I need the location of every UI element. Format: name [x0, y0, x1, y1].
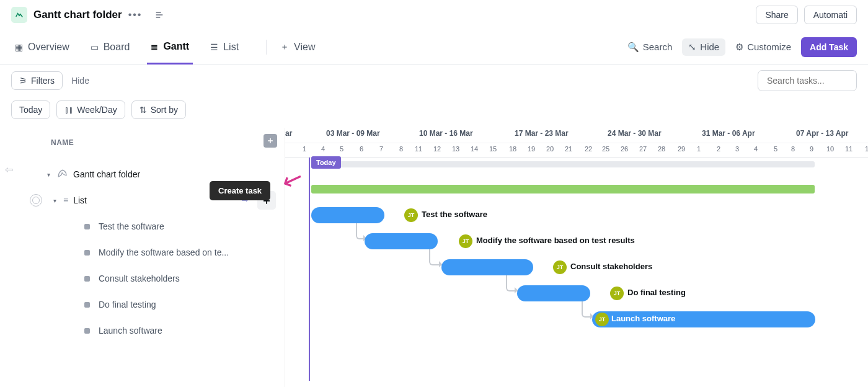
hide-link[interactable]: Hide: [71, 76, 89, 86]
label: NAME: [51, 138, 74, 147]
tree-label: Gantt chart folder: [73, 169, 140, 179]
hide-action[interactable]: ⤡Hide: [682, 38, 725, 56]
task-bar-label: Consult stakeholders: [570, 262, 652, 271]
avatar[interactable]: JT: [595, 313, 609, 326]
tab-gantt[interactable]: ≣Gantt: [147, 30, 193, 64]
today-button[interactable]: Today: [11, 100, 50, 119]
day-label: 13: [446, 145, 465, 153]
task-bar-label: Do final testing: [627, 288, 686, 297]
name-column-header: NAME ＋: [0, 128, 285, 158]
tab-label: Board: [104, 42, 130, 53]
day-label: 4: [746, 145, 765, 153]
day-label: 14: [465, 145, 484, 153]
avatar[interactable]: JT: [553, 260, 567, 274]
gear-icon: ⚙: [735, 42, 743, 53]
search-input[interactable]: [758, 70, 857, 91]
label: Week/Day: [77, 105, 117, 115]
day-label: 15: [484, 145, 502, 153]
task-label: Consult stakeholders: [99, 274, 180, 283]
gantt-body[interactable]: Today JT Test the software JT Modify the…: [285, 158, 868, 381]
sort-icon: ⇅: [140, 105, 147, 115]
table-row[interactable]: Launch software: [0, 318, 285, 344]
customize-action[interactable]: ⚙Customize: [735, 42, 791, 53]
day-label: 12: [859, 145, 868, 153]
timeline-week-header: ar03 Mar - 09 Mar10 Mar - 16 Mar17 Mar -…: [285, 128, 868, 143]
day-label: 3: [728, 145, 746, 153]
day-label: 1: [295, 145, 314, 153]
automation-button[interactable]: Automati: [804, 6, 857, 24]
folder-icon: [11, 7, 27, 23]
tab-board[interactable]: ▭Board: [87, 30, 134, 64]
add-column-button[interactable]: ＋: [264, 134, 277, 148]
status-bullet: [84, 250, 90, 256]
label: Today: [19, 105, 42, 115]
day-label: 11: [409, 145, 428, 153]
task-bar-label: Launch software: [611, 314, 675, 323]
week-label: 24 Mar - 30 Mar: [608, 129, 662, 138]
task-bar[interactable]: [441, 259, 533, 275]
day-label: 12: [428, 145, 446, 153]
table-row[interactable]: Modify the software based on te...: [0, 239, 285, 265]
avatar[interactable]: JT: [459, 234, 472, 248]
grid-icon: ▦: [15, 42, 23, 52]
label: Hide: [700, 42, 719, 52]
table-row[interactable]: Test the software: [0, 213, 285, 239]
day-label: 10: [821, 145, 839, 153]
create-task-tooltip: Create task: [210, 181, 270, 200]
sort-button[interactable]: ⇅Sort by: [131, 100, 186, 119]
status-bullet: [84, 302, 90, 308]
day-label: 29: [672, 145, 691, 153]
search-icon: 🔍: [627, 42, 639, 53]
label: Customize: [747, 42, 791, 52]
separator: [266, 40, 267, 55]
week-label: 03 Mar - 09 Mar: [326, 129, 380, 138]
page-title: Gantt chart folder: [33, 9, 122, 21]
filters-button[interactable]: ⚞Filters: [11, 71, 63, 90]
tab-add-view[interactable]: ＋View: [277, 30, 319, 64]
caret-down-icon[interactable]: ▾: [47, 171, 50, 178]
tab-overview[interactable]: ▦Overview: [11, 30, 73, 64]
task-label: Do final testing: [99, 300, 156, 309]
list-summary-bar[interactable]: [311, 185, 815, 194]
day-label: 8: [392, 145, 410, 153]
week-label: ar: [285, 129, 292, 138]
search-action[interactable]: 🔍Search: [627, 42, 673, 53]
status-bullet: [84, 276, 90, 282]
day-label: 7: [372, 145, 391, 153]
task-bar[interactable]: [311, 207, 384, 223]
task-bar[interactable]: [365, 233, 438, 249]
day-label: 20: [541, 145, 559, 153]
share-button[interactable]: Share: [756, 6, 797, 24]
day-label: 4: [314, 145, 332, 153]
tab-label: Gantt: [163, 41, 189, 52]
day-label: 27: [634, 145, 652, 153]
task-label: Test the software: [99, 221, 164, 231]
caret-down-icon[interactable]: ▾: [53, 197, 56, 204]
day-label: 9: [802, 145, 821, 153]
more-icon[interactable]: •••: [128, 9, 143, 20]
day-label: 28: [652, 145, 671, 153]
folder-summary-bar[interactable]: [311, 161, 815, 167]
day-label: 5: [332, 145, 351, 153]
avatar[interactable]: JT: [404, 208, 418, 222]
day-label: 5: [766, 145, 785, 153]
week-label: 07 Apr - 13 Apr: [796, 129, 848, 138]
add-task-button[interactable]: Add Task: [801, 37, 857, 57]
table-row[interactable]: Do final testing: [0, 291, 285, 318]
collapse-icon[interactable]: [154, 10, 164, 20]
timeline-day-header: 1456781112131415181920212225262728291234…: [285, 143, 868, 158]
task-bar[interactable]: [517, 285, 590, 301]
zoom-button[interactable]: ⫿⫿Week/Day: [56, 100, 125, 119]
task-label: Launch software: [99, 326, 162, 336]
status-bullet: [84, 224, 90, 229]
table-row[interactable]: Consult stakeholders: [0, 265, 285, 291]
tab-label: List: [223, 42, 239, 53]
plus-icon: ＋: [280, 42, 289, 53]
label: Search: [643, 42, 673, 52]
progress-icon: [30, 194, 42, 207]
day-label: 1: [689, 145, 708, 153]
week-label: 10 Mar - 16 Mar: [419, 129, 473, 138]
avatar[interactable]: JT: [610, 287, 624, 300]
tab-list[interactable]: ☰List: [206, 30, 242, 64]
hide-icon: ⤡: [688, 42, 696, 53]
